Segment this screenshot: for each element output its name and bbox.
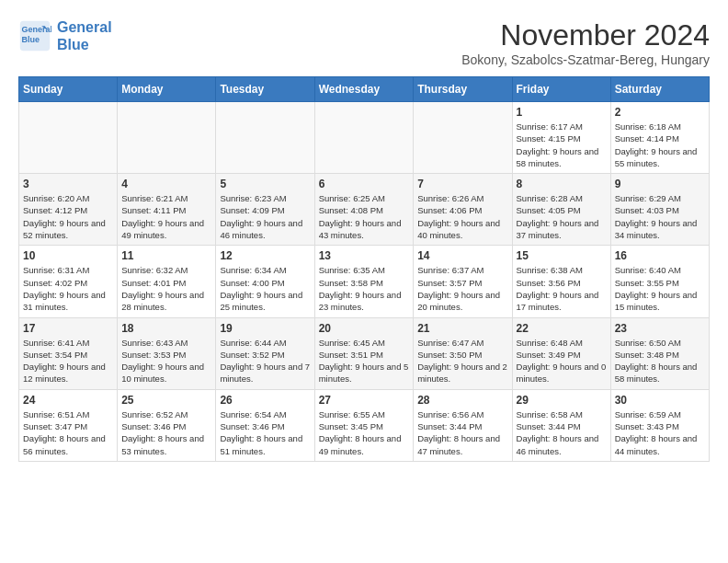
calendar-cell: 17Sunrise: 6:41 AM Sunset: 3:54 PM Dayli… (19, 317, 118, 389)
calendar-week-row: 1Sunrise: 6:17 AM Sunset: 4:15 PM Daylig… (19, 102, 710, 174)
day-detail: Sunrise: 6:41 AM Sunset: 3:54 PM Dayligh… (23, 337, 113, 385)
day-number: 21 (417, 322, 507, 335)
calendar-cell: 25Sunrise: 6:52 AM Sunset: 3:46 PM Dayli… (118, 389, 216, 461)
calendar-cell: 18Sunrise: 6:43 AM Sunset: 3:53 PM Dayli… (118, 317, 216, 389)
day-detail: Sunrise: 6:31 AM Sunset: 4:02 PM Dayligh… (23, 264, 113, 313)
day-number: 7 (417, 178, 507, 190)
day-detail: Sunrise: 6:37 AM Sunset: 3:57 PM Dayligh… (417, 264, 507, 313)
day-detail: Sunrise: 6:55 AM Sunset: 3:45 PM Dayligh… (319, 408, 410, 457)
logo-icon: General Blue (18, 19, 51, 52)
calendar-cell: 4Sunrise: 6:21 AM Sunset: 4:11 PM Daylig… (118, 174, 216, 246)
day-detail: Sunrise: 6:58 AM Sunset: 3:44 PM Dayligh… (517, 408, 607, 457)
weekday-header: Sunday (19, 77, 118, 102)
calendar-week-row: 10Sunrise: 6:31 AM Sunset: 4:02 PM Dayli… (19, 246, 710, 317)
location: Bokony, Szabolcs-Szatmar-Bereg, Hungary (461, 52, 710, 67)
day-number: 16 (615, 249, 705, 262)
month-title: November 2024 (461, 18, 710, 52)
day-number: 11 (121, 249, 211, 262)
day-number: 15 (517, 249, 607, 262)
calendar-cell: 6Sunrise: 6:25 AM Sunset: 4:08 PM Daylig… (314, 174, 414, 246)
day-detail: Sunrise: 6:54 AM Sunset: 3:46 PM Dayligh… (220, 408, 310, 457)
day-detail: Sunrise: 6:56 AM Sunset: 3:44 PM Dayligh… (417, 408, 507, 457)
weekday-header: Friday (512, 77, 610, 102)
calendar-cell: 5Sunrise: 6:23 AM Sunset: 4:09 PM Daylig… (216, 174, 314, 246)
weekday-header: Tuesday (216, 77, 314, 102)
day-number: 12 (220, 249, 310, 262)
day-detail: Sunrise: 6:25 AM Sunset: 4:08 PM Dayligh… (319, 192, 410, 241)
weekday-header: Thursday (414, 77, 512, 102)
day-detail: Sunrise: 6:20 AM Sunset: 4:12 PM Dayligh… (23, 192, 113, 241)
day-number: 27 (319, 394, 410, 407)
logo: General Blue General Blue (18, 18, 112, 53)
calendar-cell: 1Sunrise: 6:17 AM Sunset: 4:15 PM Daylig… (512, 102, 610, 174)
day-number: 28 (417, 394, 507, 407)
day-detail: Sunrise: 6:32 AM Sunset: 4:01 PM Dayligh… (121, 264, 211, 313)
calendar-cell: 29Sunrise: 6:58 AM Sunset: 3:44 PM Dayli… (512, 389, 610, 461)
day-number: 17 (23, 322, 113, 335)
day-detail: Sunrise: 6:17 AM Sunset: 4:15 PM Dayligh… (517, 121, 607, 169)
calendar-cell: 24Sunrise: 6:51 AM Sunset: 3:47 PM Dayli… (19, 389, 118, 461)
day-number: 29 (517, 394, 607, 407)
calendar-cell: 21Sunrise: 6:47 AM Sunset: 3:50 PM Dayli… (414, 317, 512, 389)
day-detail: Sunrise: 6:35 AM Sunset: 3:58 PM Dayligh… (319, 264, 410, 313)
weekday-header: Wednesday (314, 77, 414, 102)
calendar-week-row: 3Sunrise: 6:20 AM Sunset: 4:12 PM Daylig… (19, 174, 710, 246)
day-number: 24 (23, 394, 113, 407)
logo-text: General Blue (57, 18, 112, 53)
calendar-cell: 16Sunrise: 6:40 AM Sunset: 3:55 PM Dayli… (610, 246, 709, 317)
day-number: 8 (517, 178, 607, 190)
day-detail: Sunrise: 6:50 AM Sunset: 3:48 PM Dayligh… (615, 337, 705, 385)
day-number: 30 (615, 394, 705, 407)
day-number: 18 (121, 322, 211, 335)
weekday-header: Monday (118, 77, 216, 102)
calendar-cell: 30Sunrise: 6:59 AM Sunset: 3:43 PM Dayli… (610, 389, 709, 461)
day-number: 1 (517, 106, 607, 119)
day-detail: Sunrise: 6:26 AM Sunset: 4:06 PM Dayligh… (417, 192, 507, 241)
day-detail: Sunrise: 6:45 AM Sunset: 3:51 PM Dayligh… (319, 337, 410, 385)
calendar-cell: 8Sunrise: 6:28 AM Sunset: 4:05 PM Daylig… (512, 174, 610, 246)
calendar-cell: 26Sunrise: 6:54 AM Sunset: 3:46 PM Dayli… (216, 389, 314, 461)
day-detail: Sunrise: 6:40 AM Sunset: 3:55 PM Dayligh… (615, 264, 705, 313)
day-detail: Sunrise: 6:43 AM Sunset: 3:53 PM Dayligh… (121, 337, 211, 385)
day-detail: Sunrise: 6:29 AM Sunset: 4:03 PM Dayligh… (615, 192, 705, 241)
day-number: 2 (615, 106, 705, 119)
calendar-cell: 14Sunrise: 6:37 AM Sunset: 3:57 PM Dayli… (414, 246, 512, 317)
day-number: 20 (319, 322, 410, 335)
calendar-cell: 20Sunrise: 6:45 AM Sunset: 3:51 PM Dayli… (314, 317, 414, 389)
calendar-cell: 3Sunrise: 6:20 AM Sunset: 4:12 PM Daylig… (19, 174, 118, 246)
day-number: 6 (319, 178, 410, 190)
calendar-cell: 11Sunrise: 6:32 AM Sunset: 4:01 PM Dayli… (118, 246, 216, 317)
day-detail: Sunrise: 6:44 AM Sunset: 3:52 PM Dayligh… (220, 337, 310, 385)
calendar-cell: 19Sunrise: 6:44 AM Sunset: 3:52 PM Dayli… (216, 317, 314, 389)
calendar-cell: 12Sunrise: 6:34 AM Sunset: 4:00 PM Dayli… (216, 246, 314, 317)
day-number: 10 (23, 249, 113, 262)
day-detail: Sunrise: 6:48 AM Sunset: 3:49 PM Dayligh… (517, 337, 607, 385)
day-detail: Sunrise: 6:59 AM Sunset: 3:43 PM Dayligh… (615, 408, 705, 457)
day-number: 9 (615, 178, 705, 190)
calendar-cell (216, 102, 314, 174)
calendar-cell (314, 102, 414, 174)
svg-text:Blue: Blue (22, 35, 40, 44)
day-detail: Sunrise: 6:52 AM Sunset: 3:46 PM Dayligh… (121, 408, 211, 457)
day-detail: Sunrise: 6:38 AM Sunset: 3:56 PM Dayligh… (517, 264, 607, 313)
calendar-cell (118, 102, 216, 174)
calendar-cell: 9Sunrise: 6:29 AM Sunset: 4:03 PM Daylig… (610, 174, 709, 246)
day-detail: Sunrise: 6:34 AM Sunset: 4:00 PM Dayligh… (220, 264, 310, 313)
day-number: 26 (220, 394, 310, 407)
day-number: 13 (319, 249, 410, 262)
calendar-header-row: SundayMondayTuesdayWednesdayThursdayFrid… (19, 77, 710, 102)
weekday-header: Saturday (610, 77, 709, 102)
calendar-cell: 22Sunrise: 6:48 AM Sunset: 3:49 PM Dayli… (512, 317, 610, 389)
calendar-week-row: 24Sunrise: 6:51 AM Sunset: 3:47 PM Dayli… (19, 389, 710, 461)
day-detail: Sunrise: 6:23 AM Sunset: 4:09 PM Dayligh… (220, 192, 310, 241)
day-detail: Sunrise: 6:51 AM Sunset: 3:47 PM Dayligh… (23, 408, 113, 457)
calendar-cell: 7Sunrise: 6:26 AM Sunset: 4:06 PM Daylig… (414, 174, 512, 246)
day-number: 23 (615, 322, 705, 335)
calendar-cell: 10Sunrise: 6:31 AM Sunset: 4:02 PM Dayli… (19, 246, 118, 317)
day-number: 5 (220, 178, 310, 190)
day-number: 19 (220, 322, 310, 335)
day-number: 14 (417, 249, 507, 262)
day-detail: Sunrise: 6:47 AM Sunset: 3:50 PM Dayligh… (417, 337, 507, 385)
calendar-cell: 15Sunrise: 6:38 AM Sunset: 3:56 PM Dayli… (512, 246, 610, 317)
calendar-table: SundayMondayTuesdayWednesdayThursdayFrid… (18, 76, 710, 462)
